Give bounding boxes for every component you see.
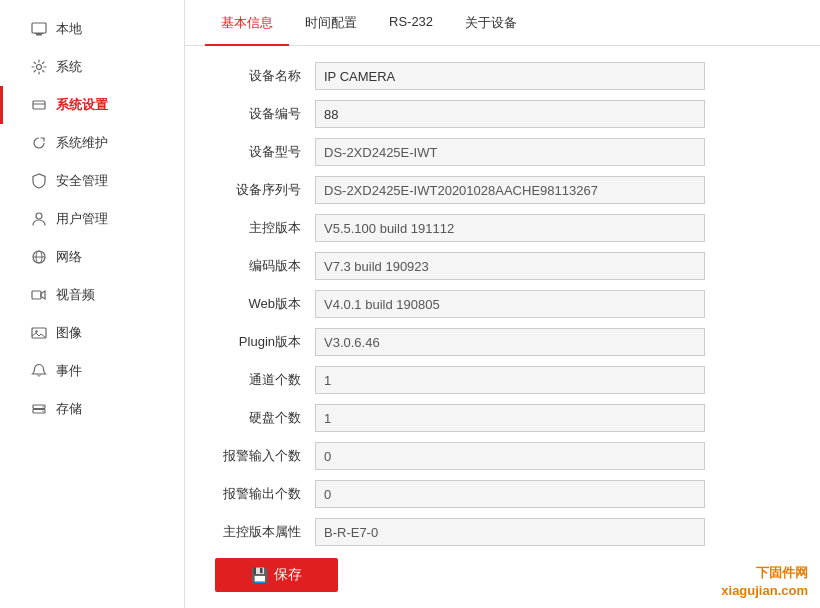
form-row-device-serial: 设备序列号 (215, 176, 790, 204)
footer-bar: 💾 保存 (185, 546, 820, 608)
form-row-device-model: 设备型号 (215, 138, 790, 166)
label-alarm-input-count: 报警输入个数 (215, 447, 315, 465)
form-row-encode-version: 编码版本 (215, 252, 790, 280)
tab-about[interactable]: 关于设备 (449, 0, 533, 46)
network-icon (30, 248, 48, 266)
input-main-ctrl-attr (315, 518, 705, 546)
sidebar-item-system-maintenance[interactable]: 系统维护 (0, 124, 184, 162)
sidebar-label-security-management: 安全管理 (56, 172, 108, 190)
sidebar-item-image[interactable]: 图像 (0, 314, 184, 352)
sidebar-item-security-management[interactable]: 安全管理 (0, 162, 184, 200)
label-hdd-count: 硬盘个数 (215, 409, 315, 427)
form-row-alarm-output-count: 报警输出个数 (215, 480, 790, 508)
sidebar-label-network: 网络 (56, 248, 82, 266)
form-area: 设备名称设备编号设备型号设备序列号主控版本编码版本Web版本Plugin版本通道… (185, 46, 820, 546)
tab-time-config[interactable]: 时间配置 (289, 0, 373, 46)
sidebar-label-event: 事件 (56, 362, 82, 380)
sidebar-label-local: 本地 (56, 20, 82, 38)
main-content: 基本信息时间配置RS-232关于设备 设备名称设备编号设备型号设备序列号主控版本… (185, 0, 820, 608)
sidebar-item-network[interactable]: 网络 (0, 238, 184, 276)
input-web-version (315, 290, 705, 318)
label-device-number: 设备编号 (215, 105, 315, 123)
sidebar-item-system-settings[interactable]: 系统设置 (0, 86, 184, 124)
sidebar-label-image: 图像 (56, 324, 82, 342)
form-row-device-number: 设备编号 (215, 100, 790, 128)
svg-rect-0 (32, 23, 46, 33)
sidebar: 本地系统系统设置系统维护安全管理用户管理网络视音频图像事件存储 (0, 0, 185, 608)
form-row-hdd-count: 硬盘个数 (215, 404, 790, 432)
sidebar-label-system-settings: 系统设置 (56, 96, 108, 114)
sidebar-item-audio-video[interactable]: 视音频 (0, 276, 184, 314)
input-device-number[interactable] (315, 100, 705, 128)
input-encode-version (315, 252, 705, 280)
input-alarm-output-count (315, 480, 705, 508)
sidebar-item-storage[interactable]: 存储 (0, 390, 184, 428)
svg-point-16 (42, 411, 43, 412)
tab-rs232[interactable]: RS-232 (373, 0, 449, 46)
input-device-serial (315, 176, 705, 204)
label-plugin-version: Plugin版本 (215, 333, 315, 351)
svg-rect-10 (32, 291, 41, 299)
svg-point-12 (35, 330, 37, 332)
save-label: 保存 (274, 566, 302, 584)
system-maintenance-icon (30, 134, 48, 152)
label-device-model: 设备型号 (215, 143, 315, 161)
label-web-version: Web版本 (215, 295, 315, 313)
input-alarm-input-count (315, 442, 705, 470)
label-device-name: 设备名称 (215, 67, 315, 85)
form-row-main-ctrl-version: 主控版本 (215, 214, 790, 242)
image-icon (30, 324, 48, 342)
audio-video-icon (30, 286, 48, 304)
form-row-plugin-version: Plugin版本 (215, 328, 790, 356)
save-button[interactable]: 💾 保存 (215, 558, 338, 592)
form-row-main-ctrl-attr: 主控版本属性 (215, 518, 790, 546)
sidebar-label-storage: 存储 (56, 400, 82, 418)
sidebar-item-local[interactable]: 本地 (0, 10, 184, 48)
sidebar-item-system[interactable]: 系统 (0, 48, 184, 86)
sidebar-label-user-management: 用户管理 (56, 210, 108, 228)
input-channel-count (315, 366, 705, 394)
local-icon (30, 20, 48, 38)
app-container: 本地系统系统设置系统维护安全管理用户管理网络视音频图像事件存储 基本信息时间配置… (0, 0, 820, 608)
sidebar-item-event[interactable]: 事件 (0, 352, 184, 390)
security-management-icon (30, 172, 48, 190)
tab-basic-info[interactable]: 基本信息 (205, 0, 289, 46)
form-row-device-name: 设备名称 (215, 62, 790, 90)
svg-rect-2 (35, 33, 44, 34)
event-icon (30, 362, 48, 380)
input-device-name[interactable] (315, 62, 705, 90)
svg-point-6 (36, 213, 42, 219)
label-device-serial: 设备序列号 (215, 181, 315, 199)
svg-point-15 (42, 406, 43, 407)
sidebar-item-user-management[interactable]: 用户管理 (0, 200, 184, 238)
sidebar-label-audio-video: 视音频 (56, 286, 95, 304)
svg-rect-4 (33, 101, 45, 109)
input-plugin-version (315, 328, 705, 356)
tabs-bar: 基本信息时间配置RS-232关于设备 (185, 0, 820, 46)
system-icon (30, 58, 48, 76)
svg-point-3 (37, 65, 42, 70)
input-device-model (315, 138, 705, 166)
form-row-web-version: Web版本 (215, 290, 790, 318)
label-channel-count: 通道个数 (215, 371, 315, 389)
label-main-ctrl-attr: 主控版本属性 (215, 523, 315, 541)
input-hdd-count (315, 404, 705, 432)
sidebar-label-system: 系统 (56, 58, 82, 76)
svg-rect-1 (36, 34, 42, 36)
form-row-channel-count: 通道个数 (215, 366, 790, 394)
save-icon: 💾 (251, 567, 268, 583)
user-management-icon (30, 210, 48, 228)
label-encode-version: 编码版本 (215, 257, 315, 275)
system-settings-icon (30, 96, 48, 114)
label-alarm-output-count: 报警输出个数 (215, 485, 315, 503)
sidebar-label-system-maintenance: 系统维护 (56, 134, 108, 152)
storage-icon (30, 400, 48, 418)
input-main-ctrl-version (315, 214, 705, 242)
form-row-alarm-input-count: 报警输入个数 (215, 442, 790, 470)
label-main-ctrl-version: 主控版本 (215, 219, 315, 237)
